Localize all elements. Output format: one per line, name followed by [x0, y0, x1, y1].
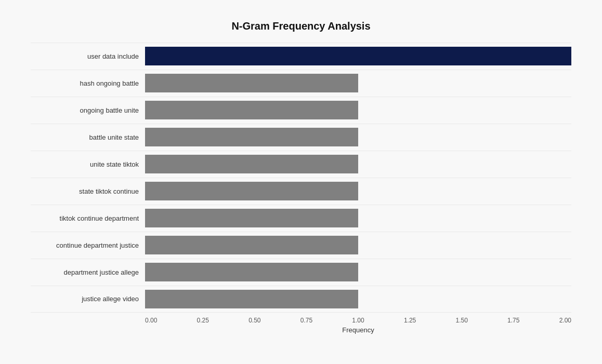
bar-row: department justice allege — [31, 259, 571, 286]
bar-fill — [145, 128, 358, 146]
bar-row: unite state tiktok — [31, 151, 571, 178]
x-axis-tick-label: 1.25 — [404, 317, 416, 324]
bar-fill — [145, 47, 571, 65]
bar-fill — [145, 236, 358, 254]
x-axis-tick-label: 0.75 — [300, 317, 312, 324]
bar-track — [145, 182, 571, 200]
x-axis-tick-label: 2.00 — [559, 317, 571, 324]
bar-track — [145, 128, 571, 146]
x-axis-tick-label: 1.50 — [455, 317, 467, 324]
bar-fill — [145, 155, 358, 173]
bar-fill — [145, 74, 358, 92]
bar-row: ongoing battle unite — [31, 97, 571, 124]
bar-label: continue department justice — [31, 241, 145, 249]
bar-row: hash ongoing battle — [31, 70, 571, 97]
bar-fill — [145, 101, 358, 119]
bar-row: user data include — [31, 43, 571, 70]
bar-row: battle unite state — [31, 124, 571, 151]
x-axis-tick-label: 0.50 — [248, 317, 260, 324]
x-axis: 0.000.250.500.751.001.251.501.752.00 — [145, 317, 571, 324]
chart-container: N-Gram Frequency Analysis user data incl… — [15, 10, 587, 355]
bar-track — [145, 263, 571, 281]
bar-row: tiktok continue department — [31, 205, 571, 232]
bar-row: continue department justice — [31, 232, 571, 259]
bar-label: unite state tiktok — [31, 160, 145, 168]
bar-label: tiktok continue department — [31, 214, 145, 222]
bar-row: state tiktok continue — [31, 178, 571, 205]
bar-label: department justice allege — [31, 268, 145, 276]
x-axis-tick-label: 0.00 — [145, 317, 157, 324]
bar-fill — [145, 182, 358, 200]
bar-track — [145, 209, 571, 227]
bar-fill — [145, 290, 358, 308]
bar-label: ongoing battle unite — [31, 106, 145, 114]
chart-area: user data includehash ongoing battleongo… — [31, 43, 571, 313]
bar-label: battle unite state — [31, 133, 145, 141]
bar-track — [145, 74, 571, 92]
x-axis-labels: 0.000.250.500.751.001.251.501.752.00 — [145, 317, 571, 324]
bar-label: hash ongoing battle — [31, 79, 145, 87]
bar-label: state tiktok continue — [31, 187, 145, 195]
x-axis-title: Frequency — [145, 326, 571, 334]
chart-title: N-Gram Frequency Analysis — [31, 20, 571, 32]
bar-track — [145, 236, 571, 254]
bar-fill — [145, 209, 358, 227]
bar-row: justice allege video — [31, 286, 571, 313]
bar-track — [145, 101, 571, 119]
bar-fill — [145, 263, 358, 281]
bar-track — [145, 290, 571, 308]
bar-track — [145, 47, 571, 65]
x-axis-tick-label: 0.25 — [197, 317, 209, 324]
bar-track — [145, 155, 571, 173]
x-axis-tick-label: 1.00 — [352, 317, 364, 324]
bar-label: user data include — [31, 52, 145, 60]
x-axis-tick-label: 1.75 — [507, 317, 519, 324]
bar-label: justice allege video — [31, 295, 145, 303]
